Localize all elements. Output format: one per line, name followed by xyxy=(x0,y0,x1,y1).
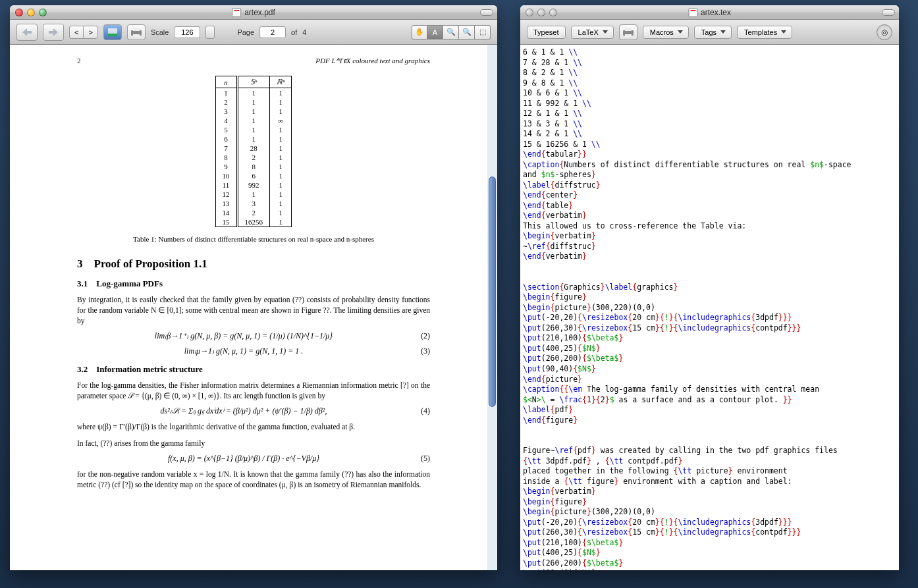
drawer-button[interactable] xyxy=(103,24,122,40)
source-line[interactable]: \end{table} xyxy=(523,201,896,211)
source-line[interactable] xyxy=(523,436,896,446)
table-row: 1061 xyxy=(215,171,292,180)
templates-dropdown[interactable]: Templates xyxy=(737,26,792,39)
source-line[interactable]: \put(400,25){$N$} xyxy=(523,344,896,354)
close-icon[interactable] xyxy=(526,9,533,16)
table-row: 611 xyxy=(215,134,292,144)
source-line[interactable]: \put(260,200){$\beta$} xyxy=(523,558,896,569)
source-line[interactable]: inside a {\tt figure} environment with a… xyxy=(523,477,896,487)
source-line[interactable]: 7 & 28 & 1 \\ xyxy=(523,58,896,68)
pdf-page[interactable]: 2 PDF LᴬTᴇX coloured text and graphics n… xyxy=(10,45,497,570)
history-fwd-button[interactable]: > xyxy=(83,26,97,39)
print-button[interactable] xyxy=(127,24,146,40)
source-line[interactable]: \put(260,30){\resizebox{15 cm}{!}{\inclu… xyxy=(523,323,896,334)
engine-dropdown[interactable]: LaTeX xyxy=(571,26,614,39)
equation-2: lim₍β→1⁺₎ g(N, μ, β) = g(N, μ, 1) = (1/μ… xyxy=(77,331,430,341)
source-line[interactable]: \label{pdf} xyxy=(523,405,896,415)
source-line[interactable] xyxy=(523,272,896,282)
source-line[interactable]: \end{verbatim} xyxy=(523,252,896,262)
source-line[interactable]: 12 & 1 & 1 \\ xyxy=(523,109,896,119)
source-line[interactable]: \caption{{\em The log-gamma family of de… xyxy=(523,385,896,395)
source-line[interactable] xyxy=(523,262,896,273)
forward-button[interactable] xyxy=(43,24,64,41)
source-line[interactable]: \end{picture} xyxy=(523,375,896,385)
source-line[interactable]: \put(260,200){$\beta$} xyxy=(523,354,896,364)
source-line[interactable]: \put(-20,20){\resizebox{20 cm}{!}{\inclu… xyxy=(523,313,896,323)
source-line[interactable]: 9 & 8 & 1 \\ xyxy=(523,78,896,89)
typeset-button[interactable]: Typeset xyxy=(527,26,566,39)
zoom-icon[interactable] xyxy=(549,9,557,16)
print-button[interactable] xyxy=(619,24,637,40)
source-line[interactable]: \put(90,40){$N$} xyxy=(523,568,896,570)
source-line[interactable]: 10 & 6 & 1 \\ xyxy=(523,88,896,99)
source-line[interactable]: This allowed us to cross-reference the T… xyxy=(523,221,896,232)
source-line[interactable]: 15 & 16256 & 1 \\ xyxy=(523,140,896,150)
source-line[interactable]: \put(210,100){$\beta$} xyxy=(523,333,896,344)
source-line[interactable]: \caption{Numbers of distinct differentia… xyxy=(523,160,896,171)
source-line[interactable]: \put(-20,20){\resizebox{20 cm}{!}{\inclu… xyxy=(523,518,896,528)
source-line[interactable] xyxy=(523,425,896,436)
source-line[interactable]: and $n$-spheres} xyxy=(523,170,896,180)
source-line[interactable]: \put(90,40){$N$} xyxy=(523,364,896,375)
source-line[interactable]: 8 & 2 & 1 \\ xyxy=(523,68,896,78)
source-line[interactable]: $<N>\ = \frac{1}{2}$ as a surface and as… xyxy=(523,395,896,406)
history-back-button[interactable]: < xyxy=(69,26,83,39)
tool-mode-segment: ✋ A 🔍 🔍 ⬚ xyxy=(412,25,491,40)
source-line[interactable]: \put(400,25){$N$} xyxy=(523,548,896,558)
source-line[interactable]: \section{Graphics}\label{graphics} xyxy=(523,282,896,293)
pdf-titlebar[interactable]: artex.pdf xyxy=(10,5,497,20)
table-row: 41∞ xyxy=(215,116,292,125)
source-editor[interactable]: 6 & 1 & 1 \\7 & 28 & 1 \\8 & 2 & 1 \\9 &… xyxy=(520,45,899,570)
macros-dropdown[interactable]: Macros xyxy=(643,26,689,39)
source-line[interactable]: placed together in the following {\tt pi… xyxy=(523,466,896,477)
source-line[interactable]: Figure~\ref{pdf} was created by calling … xyxy=(523,446,896,456)
source-line[interactable]: \begin{picture}(300,220)(0,0) xyxy=(523,507,896,518)
hand-tool-button[interactable]: ✋ xyxy=(412,25,427,40)
paragraph: where ψ(β) = Γ′(β)/Γ(β) is the logarithm… xyxy=(77,421,430,432)
source-titlebar[interactable]: artex.tex xyxy=(520,5,899,20)
page-input[interactable] xyxy=(259,26,286,38)
scale-stepper[interactable] xyxy=(205,26,215,39)
svg-rect-0 xyxy=(26,31,32,34)
source-line[interactable]: 13 & 3 & 1 \\ xyxy=(523,119,896,130)
source-line[interactable]: {\tt 3dpdf.pdf} , {\tt contpdf.pdf} xyxy=(523,456,896,467)
source-line[interactable]: \label{diffstruc} xyxy=(523,180,896,191)
source-line[interactable]: 11 & 992 & 1 \\ xyxy=(523,99,896,109)
source-line[interactable]: \begin{figure} xyxy=(523,497,896,508)
source-line[interactable]: \end{center} xyxy=(523,190,896,201)
minimize-icon[interactable] xyxy=(27,9,35,16)
zoom-icon[interactable] xyxy=(39,9,47,16)
source-line[interactable]: 14 & 2 & 1 \\ xyxy=(523,129,896,140)
minimize-icon[interactable] xyxy=(537,9,545,16)
source-line[interactable]: \begin{figure} xyxy=(523,292,896,303)
source-line[interactable]: \put(210,100){$\beta$} xyxy=(523,538,896,548)
svg-rect-3 xyxy=(108,34,117,36)
find-tool-button[interactable]: 🔍 xyxy=(459,25,475,40)
back-button[interactable] xyxy=(16,24,38,41)
tags-dropdown[interactable]: Tags xyxy=(694,26,732,39)
page-label: Page xyxy=(237,28,254,36)
source-line[interactable]: \begin{picture}(300,220)(0,0) xyxy=(523,303,896,313)
table-row: 1421 xyxy=(215,208,292,217)
history-segment[interactable]: < > xyxy=(69,26,98,39)
zoom-tool-button[interactable]: 🔍 xyxy=(443,25,459,40)
aux-button[interactable]: ◎ xyxy=(877,24,892,40)
source-line[interactable]: ~\ref{diffstruc} xyxy=(523,242,896,252)
scale-input[interactable] xyxy=(174,26,200,38)
pdf-scrollbar[interactable] xyxy=(487,45,497,570)
svg-rect-9 xyxy=(625,34,632,37)
source-line[interactable]: \begin{verbatim} xyxy=(523,231,896,242)
text-tool-button[interactable]: A xyxy=(427,25,443,40)
paragraph: For the log-gamma densities, the Fisher … xyxy=(77,380,430,401)
source-line[interactable]: \begin{verbatim} xyxy=(523,487,896,497)
toolbar-toggle-icon[interactable] xyxy=(480,9,493,16)
close-icon[interactable] xyxy=(15,9,23,16)
toolbar-toggle-icon[interactable] xyxy=(882,9,895,16)
marquee-tool-button[interactable]: ⬚ xyxy=(475,25,491,40)
source-line[interactable]: \end{figure} xyxy=(523,415,896,426)
source-line[interactable]: \put(260,30){\resizebox{15 cm}{!}{\inclu… xyxy=(523,527,896,538)
source-line[interactable]: 6 & 1 & 1 \\ xyxy=(523,47,896,58)
source-line[interactable]: \end{tabular}} xyxy=(523,149,896,160)
source-line[interactable]: \end{verbatim} xyxy=(523,211,896,221)
table-row: 119921 xyxy=(215,180,292,190)
